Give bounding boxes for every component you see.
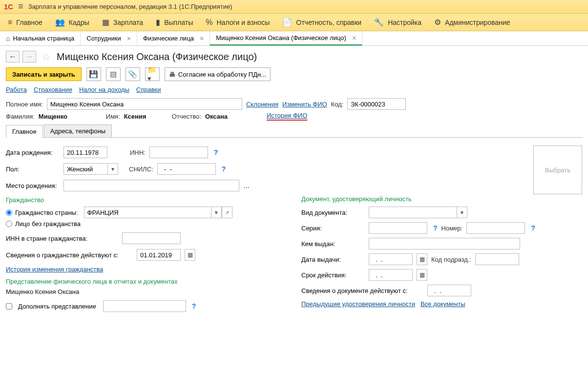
doctype-combo[interactable]: ▼ (369, 207, 467, 218)
help-icon[interactable]: ? (433, 224, 438, 232)
menu-salary[interactable]: ▦Зарплата (97, 15, 148, 30)
fullname-label: Полное имя: (6, 101, 43, 108)
consent-button[interactable]: 🖶Согласие на обработку ПДн... (165, 67, 271, 81)
calendar-icon[interactable]: ▦ (417, 269, 427, 281)
help-icon[interactable]: ? (222, 165, 226, 173)
folder-button[interactable]: 📁▾ (145, 67, 160, 81)
elipsis-button[interactable]: … (243, 182, 250, 189)
menu-settings[interactable]: 🔧Настройка (369, 15, 426, 30)
close-icon[interactable]: × (200, 35, 204, 42)
menu-taxes[interactable]: %Налоги и взносы (201, 15, 274, 30)
calendar-icon[interactable]: ▦ (417, 253, 427, 265)
right-column: Выбрать Документ, удостоверяющий личност… (301, 142, 582, 317)
chevron-down-icon[interactable]: ▼ (107, 163, 118, 175)
link-tax[interactable]: Налог на доходы (79, 86, 129, 93)
tab-addresses[interactable]: Адреса, телефоны (44, 125, 112, 137)
issued-input[interactable] (369, 238, 520, 249)
save-close-button[interactable]: Записать и закрыть (6, 67, 82, 81)
photo-picker[interactable]: Выбрать (533, 145, 582, 194)
tab-home-label: Начальная страница (13, 35, 74, 42)
menu-staff[interactable]: 👥Кадры (50, 15, 94, 30)
link-refs[interactable]: Справки (136, 86, 161, 93)
supplement-input[interactable] (103, 300, 186, 312)
pob-label: Место рождения: (6, 182, 60, 189)
calendar-icon[interactable]: ▦ (185, 249, 195, 261)
code-input[interactable] (347, 98, 406, 110)
issue-date-label: Дата выдачи: (301, 256, 365, 263)
close-icon[interactable]: × (352, 34, 356, 42)
issue-date-input[interactable] (369, 253, 413, 265)
chevron-down-icon[interactable]: ▼ (211, 207, 222, 218)
supplement-checkbox[interactable] (6, 303, 12, 310)
subdiv-input[interactable] (475, 253, 519, 265)
chevron-down-icon[interactable]: ▼ (457, 207, 467, 218)
series-label: Серия: (301, 225, 365, 232)
logo-1c: 1C (4, 2, 13, 11)
valid-input[interactable] (369, 269, 413, 281)
patronymic-value: Оксана (205, 113, 249, 120)
people-icon: 👥 (55, 18, 65, 27)
inn-foreign-label: ИНН в стране гражданства: (6, 235, 118, 242)
tab-persons[interactable]: Физические лица× (137, 31, 210, 45)
inner-tabs: Главное Адреса, телефоны (6, 125, 582, 138)
help-icon[interactable]: ? (192, 302, 196, 310)
doc-from-input[interactable] (427, 285, 471, 296)
doctype-input[interactable] (369, 207, 457, 218)
series-input[interactable] (369, 222, 427, 234)
nav-back-button[interactable]: ← (6, 51, 20, 62)
link-insurance[interactable]: Страхование (34, 86, 72, 93)
citiz-from-input[interactable] (137, 249, 181, 261)
percent-icon: % (206, 18, 212, 27)
link-fio-history[interactable]: История ФИО (267, 112, 307, 121)
snils-input[interactable] (157, 163, 216, 175)
link-prev-docs[interactable]: Предыдущие удостоверения личности (301, 300, 415, 308)
sex-combo[interactable]: ▼ (63, 163, 118, 175)
help-icon[interactable]: ? (214, 148, 218, 156)
link-work[interactable]: Работа (6, 86, 27, 93)
menu-salary-label: Зарплата (113, 19, 143, 26)
menu-reports[interactable]: 📄Отчетность, справки (277, 15, 366, 30)
country-combo[interactable]: ▼↗ (84, 207, 232, 218)
dob-label: Дата рождения: (6, 149, 60, 156)
attach-button[interactable]: 📎 (126, 67, 140, 81)
doc-button[interactable]: ▤ (106, 67, 121, 81)
link-all-docs[interactable]: Все документы (420, 300, 465, 308)
paperclip-icon: 📎 (128, 70, 137, 79)
radio-country[interactable]: Гражданство страны: ▼↗ (6, 207, 287, 218)
floppy-icon: 💾 (89, 70, 98, 79)
nav-forward-button[interactable]: → (22, 51, 36, 62)
patronymic-label: Отчество: (172, 113, 201, 120)
dob-input[interactable] (63, 146, 107, 158)
fullname-input[interactable] (47, 98, 242, 110)
inn-foreign-input[interactable] (122, 232, 181, 244)
sex-input[interactable] (63, 163, 107, 175)
number-input[interactable] (466, 222, 525, 234)
tab-main[interactable]: Главное (6, 125, 43, 138)
tab-current-person[interactable]: Мищенко Ксения Оксана (Физическое лицо)× (210, 31, 362, 45)
pob-input[interactable] (63, 180, 239, 191)
inn-input[interactable] (149, 146, 208, 158)
radio-country-input[interactable] (6, 209, 12, 216)
favorite-icon[interactable]: ☆ (42, 51, 51, 62)
tab-home[interactable]: ⌂Начальная страница (0, 31, 81, 45)
menu-payments[interactable]: ▮Выплаты (151, 15, 198, 30)
menu-main[interactable]: ≡Главное (3, 15, 47, 30)
calc-icon: ▦ (102, 18, 109, 27)
representation-group: Представление физического лица в отчетах… (6, 278, 287, 285)
tab-bar: ⌂Начальная страница Сотрудники× Физическ… (0, 31, 588, 46)
radio-stateless[interactable]: Лицо без гражданства (6, 220, 287, 228)
save-button[interactable]: 💾 (86, 67, 101, 81)
link-change-fio[interactable]: Изменить ФИО (282, 101, 327, 108)
tab-employees[interactable]: Сотрудники× (81, 31, 137, 45)
link-declensions[interactable]: Склонения (246, 101, 278, 108)
open-icon[interactable]: ↗ (222, 207, 232, 218)
tab-label: Физические лица (143, 35, 194, 42)
help-icon[interactable]: ? (531, 224, 535, 232)
main-menu: ≡Главное 👥Кадры ▦Зарплата ▮Выплаты %Нало… (0, 14, 588, 31)
country-input[interactable] (84, 207, 211, 218)
menu-admin[interactable]: ⚙Администрирование (429, 15, 515, 30)
radio-stateless-input[interactable] (6, 221, 12, 227)
hamburger-icon[interactable]: ≡ (18, 1, 23, 12)
close-icon[interactable]: × (127, 35, 131, 42)
link-citizenship-history[interactable]: История изменения гражданства (6, 266, 103, 273)
